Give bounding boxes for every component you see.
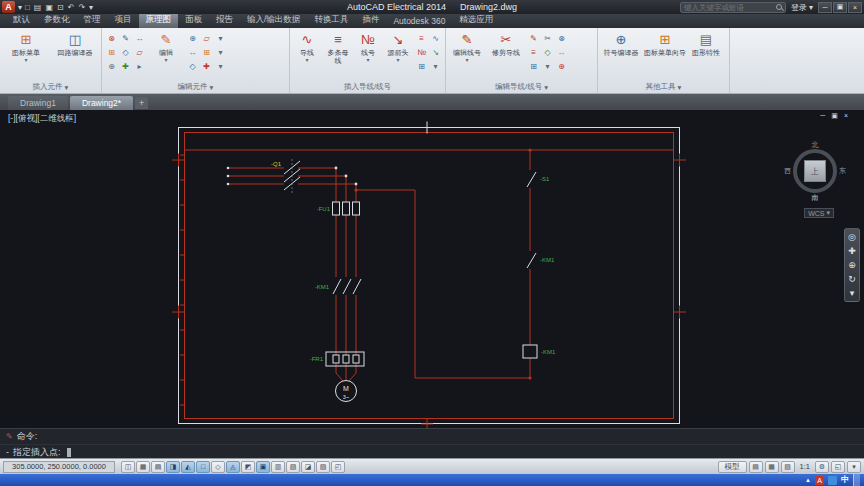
wire-tool-icon[interactable]: ≡	[415, 32, 428, 45]
drawing-canvas[interactable]: -Q1 -FU1 -KM1 -FR1 M 3~ -S1 -KM1 -KM1 [-…	[0, 110, 864, 428]
viewcube-west-label[interactable]: 西	[784, 166, 791, 176]
toggle-polar-tracking[interactable]: ◭	[181, 461, 195, 473]
show-desktop-button[interactable]	[853, 474, 860, 486]
toggle-quick-properties[interactable]: ◪	[301, 461, 315, 473]
command-line[interactable]: ✎ 命令: - 指定插入点:	[0, 428, 864, 458]
ribbon-tab-default[interactable]: 默认	[6, 13, 37, 28]
toggle-object-snap[interactable]: □	[196, 461, 210, 473]
ribbon-tab-plugins[interactable]: 插件	[355, 13, 386, 28]
edit-wire-tool-icon[interactable]: ✂	[541, 32, 554, 45]
panel-title-edit-wires[interactable]: 编辑导线/线号 ▾	[446, 81, 597, 93]
command-customize-icon[interactable]: ✎	[6, 432, 13, 441]
wire-tool-icon[interactable]: ∿	[429, 32, 442, 45]
toggle-lineweight[interactable]: ▥	[271, 461, 285, 473]
ribbon-tab-schematic[interactable]: 原理图	[139, 13, 179, 28]
panel-title-insert-wires[interactable]: 插入导线/线号	[290, 81, 445, 93]
toggle-annotation-monitor[interactable]: ◰	[331, 461, 345, 473]
toggle-dynamic-ucs[interactable]: ◩	[241, 461, 255, 473]
edit-tool-icon[interactable]: ⊗	[105, 32, 118, 45]
fullscreen-icon[interactable]: ◱	[831, 461, 845, 473]
status-menu-chevron-icon[interactable]: ▾	[847, 461, 861, 473]
flyout-chevron-icon[interactable]: ▾	[541, 60, 554, 73]
edit-tool-icon[interactable]: ⊞	[200, 46, 213, 59]
app-menu-chevron-icon[interactable]: ▾	[18, 3, 22, 12]
edit-wire-tool-icon[interactable]: ✎	[527, 32, 540, 45]
viewcube-cube[interactable]: 上	[804, 160, 826, 182]
coordinates-readout[interactable]: 305.0000, 250.0000, 0.0000	[3, 461, 115, 473]
toggle-object-snap-tracking[interactable]: ◬	[226, 461, 240, 473]
toggle-snap[interactable]: ▦	[136, 461, 150, 473]
flyout-chevron-icon[interactable]: ▾	[214, 60, 227, 73]
ribbon-tab-parametric[interactable]: 参数化	[37, 13, 77, 28]
edit-wire-number-button[interactable]: ✎ 编辑线号 ▾	[449, 30, 485, 64]
viewcube[interactable]: 上 北 南 西 东	[786, 142, 844, 200]
edit-button[interactable]: ✎ 编辑 ▾	[149, 30, 183, 64]
edit-wire-tool-icon[interactable]: ⊞	[527, 60, 540, 73]
edit-tool-icon[interactable]: ✚	[200, 60, 213, 73]
new-drawing-tab-button[interactable]: +	[135, 97, 148, 109]
restore-button[interactable]: ▣	[833, 2, 847, 13]
multiple-bus-button[interactable]: ≡ 多条母线	[324, 30, 352, 65]
icon-menu-wizard-button[interactable]: ⊞ 图标菜单向导	[644, 30, 686, 58]
viewport-close-icon[interactable]: ×	[844, 112, 848, 120]
symbol-builder-button[interactable]: ⊕ 符号编译器	[601, 30, 641, 58]
edit-tool-icon[interactable]: ↔	[133, 32, 146, 45]
model-space-button[interactable]: 模型	[718, 461, 747, 473]
plot-icon[interactable]: ⊡	[57, 3, 64, 12]
toggle-grid[interactable]: ▤	[151, 461, 165, 473]
drawing-properties-button[interactable]: ▤ 图形特性	[689, 30, 723, 58]
close-button[interactable]: ×	[848, 2, 862, 13]
annotation-scale[interactable]: 1:1	[797, 462, 813, 471]
toggle-3d-object-snap[interactable]: ◇	[211, 461, 225, 473]
edit-wire-tool-icon[interactable]: ◇	[541, 46, 554, 59]
viewport-minimize-icon[interactable]: ─	[820, 112, 825, 120]
viewcube-east-label[interactable]: 东	[839, 166, 846, 176]
panel-title-other-tools[interactable]: 其他工具 ▾	[598, 81, 729, 93]
ime-language-icon[interactable]: 中	[841, 475, 849, 485]
viewcube-south-label[interactable]: 南	[812, 193, 819, 203]
edit-tool-icon[interactable]: ✎	[119, 32, 132, 45]
steering-wheel-icon[interactable]: ◎	[848, 232, 856, 242]
edit-tool-icon[interactable]: ⊕	[105, 60, 118, 73]
viewport-controls[interactable]: [-][俯视][二维线框]	[8, 113, 76, 125]
flyout-chevron-icon[interactable]: ▾	[214, 46, 227, 59]
ribbon-tab-report[interactable]: 报告	[209, 13, 240, 28]
wire-number-button[interactable]: № 线号 ▾	[355, 30, 381, 64]
edit-tool-icon[interactable]: ◇	[186, 60, 199, 73]
schematic-drawing[interactable]: -Q1 -FU1 -KM1 -FR1 M 3~ -S1 -KM1 -KM1	[0, 110, 864, 428]
icon-menu-button[interactable]: ⊞ 图标菜单 ▾	[3, 30, 49, 64]
trim-wire-button[interactable]: ✂ 修剪导线	[488, 30, 524, 58]
zoom-icon[interactable]: ⊕	[848, 260, 856, 270]
annotation-visibility-icon[interactable]: ▧	[781, 461, 795, 473]
navbar-more-icon[interactable]: ▾	[850, 288, 855, 298]
doc-tab-drawing2[interactable]: Drawing2*	[70, 96, 133, 110]
ribbon-tab-autodesk-360[interactable]: Autodesk 360	[386, 15, 452, 28]
toggle-selection-cycling[interactable]: ▧	[316, 461, 330, 473]
edit-wire-tool-icon[interactable]: ⊗	[555, 32, 568, 45]
source-arrow-button[interactable]: ↘ 源箭头 ▾	[384, 30, 412, 64]
toggle-ortho[interactable]: ◨	[166, 461, 180, 473]
save-icon[interactable]: ▣	[45, 3, 53, 12]
flyout-chevron-icon[interactable]: ▾	[214, 32, 227, 45]
ribbon-tab-project[interactable]: 项目	[108, 13, 139, 28]
edit-wire-tool-icon[interactable]: ⊕	[555, 60, 568, 73]
search-input[interactable]	[684, 3, 773, 12]
tray-expand-icon[interactable]: ▲	[805, 477, 811, 483]
workspace-gear-icon[interactable]: ⚙	[815, 461, 829, 473]
ribbon-tab-panel[interactable]: 面板	[178, 13, 209, 28]
wire-button[interactable]: ∿ 导线 ▾	[293, 30, 321, 64]
flyout-chevron-icon[interactable]: ▾	[429, 60, 442, 73]
quick-view-drawings-icon[interactable]: ▦	[765, 461, 779, 473]
wire-tool-icon[interactable]: №	[415, 46, 428, 59]
tray-app-icon[interactable]	[828, 476, 837, 485]
edit-tool-icon[interactable]: ▱	[133, 46, 146, 59]
quick-view-layouts-icon[interactable]: ▤	[749, 461, 763, 473]
toggle-transparency[interactable]: ▨	[286, 461, 300, 473]
viewcube-north-label[interactable]: 北	[812, 140, 819, 150]
edit-tool-icon[interactable]: ↔	[186, 46, 199, 59]
edit-tool-icon[interactable]: ⊞	[105, 46, 118, 59]
wire-tool-icon[interactable]: ↘	[429, 46, 442, 59]
minimize-button[interactable]: ─	[818, 2, 832, 13]
new-file-icon[interactable]: □	[25, 3, 30, 12]
orbit-icon[interactable]: ↻	[848, 274, 856, 284]
